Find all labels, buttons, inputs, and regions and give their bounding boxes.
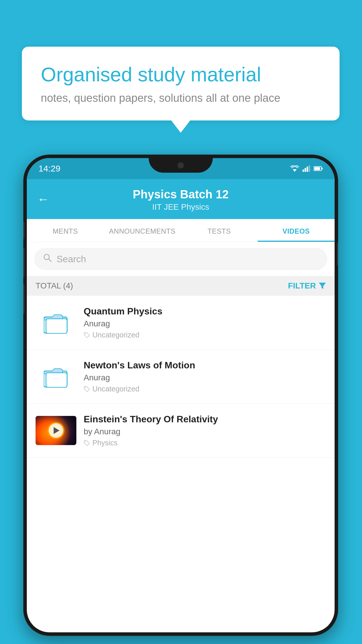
signal-icon bbox=[303, 165, 310, 172]
video-tag-1: Uncategorized bbox=[84, 331, 326, 339]
search-bar[interactable]: Search bbox=[34, 248, 327, 270]
list-item[interactable]: Einstein's Theory Of Relativity by Anura… bbox=[27, 404, 335, 458]
svg-rect-13 bbox=[46, 319, 67, 333]
tab-tests[interactable]: TESTS bbox=[181, 219, 258, 242]
folder-icon-wrap-2 bbox=[36, 362, 76, 391]
tag-label-1: Uncategorized bbox=[92, 331, 139, 339]
svg-rect-3 bbox=[307, 167, 308, 172]
tag-icon bbox=[84, 386, 90, 392]
tab-ments[interactable]: MENTS bbox=[27, 219, 104, 242]
tag-icon bbox=[84, 332, 90, 338]
video-info-3: Einstein's Theory Of Relativity by Anura… bbox=[84, 414, 326, 447]
volume-up-button bbox=[23, 248, 24, 277]
battery-icon bbox=[314, 166, 323, 171]
svg-rect-1 bbox=[303, 169, 304, 172]
list-item[interactable]: Quantum Physics Anurag Uncategorized bbox=[27, 296, 335, 350]
video-title-2: Newton's Laws of Motion bbox=[84, 360, 326, 371]
filter-icon bbox=[319, 283, 326, 289]
search-input-placeholder[interactable]: Search bbox=[57, 254, 86, 265]
folder-icon bbox=[44, 366, 68, 388]
list-item[interactable]: Newton's Laws of Motion Anurag Uncategor… bbox=[27, 350, 335, 404]
video-title-1: Quantum Physics bbox=[84, 306, 326, 317]
mute-button bbox=[23, 222, 24, 239]
svg-rect-7 bbox=[314, 167, 320, 170]
tag-label-3: Physics bbox=[92, 439, 117, 447]
svg-rect-2 bbox=[305, 168, 306, 172]
svg-rect-6 bbox=[321, 168, 323, 169]
tabs-bar: MENTS ANNOUNCEMENTS TESTS VIDEOS bbox=[27, 219, 335, 242]
bubble-subtitle: notes, question papers, solutions all at… bbox=[41, 92, 321, 104]
wifi-icon bbox=[290, 165, 299, 172]
back-button[interactable]: ← bbox=[37, 192, 49, 206]
svg-rect-4 bbox=[309, 165, 310, 172]
folder-icon-wrap-1 bbox=[36, 308, 76, 337]
svg-line-9 bbox=[49, 259, 51, 262]
status-icons bbox=[290, 165, 323, 172]
svg-point-14 bbox=[85, 333, 86, 334]
svg-point-18 bbox=[85, 441, 86, 442]
video-author-2: Anurag bbox=[84, 373, 326, 382]
video-info-2: Newton's Laws of Motion Anurag Uncategor… bbox=[84, 360, 326, 393]
video-tag-3: Physics bbox=[84, 439, 326, 447]
play-button[interactable] bbox=[49, 423, 63, 438]
search-container: Search bbox=[27, 242, 335, 276]
front-camera bbox=[177, 162, 184, 169]
volume-down-button bbox=[23, 284, 24, 314]
video-title-3: Einstein's Theory Of Relativity bbox=[84, 414, 326, 425]
filter-button[interactable]: FILTER bbox=[288, 281, 326, 290]
header-title: Physics Batch 12 bbox=[38, 188, 323, 201]
tag-label-2: Uncategorized bbox=[92, 385, 139, 393]
svg-marker-10 bbox=[319, 283, 326, 289]
phone-frame: 14:29 bbox=[23, 155, 338, 636]
speech-bubble: Organised study material notes, question… bbox=[22, 47, 340, 120]
tag-icon bbox=[84, 440, 90, 446]
phone-screen: 14:29 bbox=[27, 158, 335, 632]
total-count: TOTAL (4) bbox=[36, 281, 73, 290]
filter-row: TOTAL (4) FILTER bbox=[27, 276, 335, 296]
video-author-3: by Anurag bbox=[84, 427, 326, 436]
status-time: 14:29 bbox=[38, 164, 60, 174]
app-header: ← Physics Batch 12 IIT JEE Physics bbox=[27, 179, 335, 219]
video-info-1: Quantum Physics Anurag Uncategorized bbox=[84, 306, 326, 339]
header-subtitle: IIT JEE Physics bbox=[38, 202, 323, 212]
notch bbox=[149, 158, 213, 173]
svg-point-17 bbox=[85, 387, 86, 388]
svg-rect-16 bbox=[46, 373, 67, 387]
video-list: Quantum Physics Anurag Uncategorized bbox=[27, 296, 335, 458]
search-icon bbox=[43, 253, 52, 265]
bubble-title: Organised study material bbox=[41, 63, 321, 87]
folder-icon bbox=[44, 312, 68, 334]
power-button bbox=[337, 242, 338, 265]
tab-announcements[interactable]: ANNOUNCEMENTS bbox=[104, 219, 181, 242]
video-tag-2: Uncategorized bbox=[84, 385, 326, 393]
svg-marker-0 bbox=[293, 169, 297, 172]
tab-videos[interactable]: VIDEOS bbox=[258, 219, 335, 242]
video-author-1: Anurag bbox=[84, 319, 326, 328]
video-thumbnail-3 bbox=[36, 416, 76, 445]
filter-label: FILTER bbox=[288, 281, 316, 290]
